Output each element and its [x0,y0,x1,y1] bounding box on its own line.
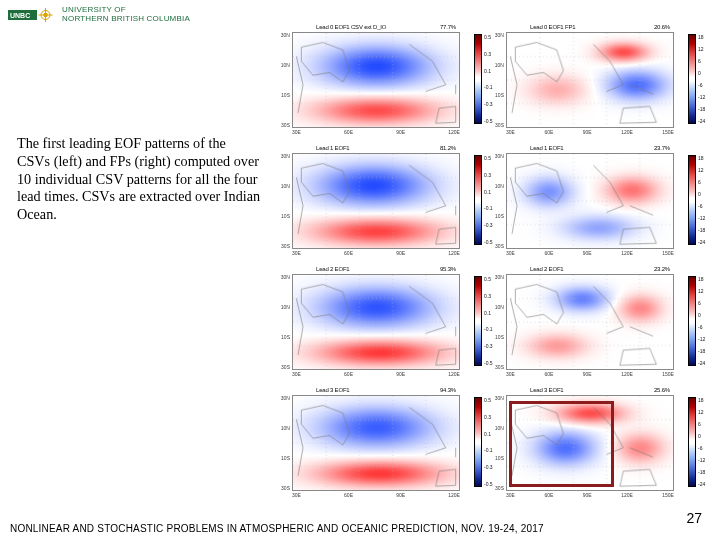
colorbar-ticks: 0.50.30.1-0.1-0.3-0.5 [484,155,494,245]
map-plot [506,153,674,249]
heatmap-canvas [292,153,460,249]
colorbar [474,276,482,366]
institution-logo: UNBC UNIVERSITY OF NORTHERN BRITISH COLU… [8,6,190,24]
lon-axis: 30E60E90E120E [292,250,460,256]
colorbar [688,276,696,366]
colorbar-ticks: 181260-6-12-18-24 [698,155,708,245]
colorbar-ticks: 181260-6-12-18-24 [698,397,708,487]
panel-variance-pct: 25.6% [654,387,670,393]
map-plot [506,32,674,128]
page-number: 27 [686,510,702,526]
panel-title-left: Lead 1 EOF1 [316,145,350,151]
lon-axis: 30E60E90E120E150E [506,492,674,498]
lon-axis: 30E60E90E120E150E [506,129,674,135]
lat-axis: 30N10N10S30S [280,153,290,249]
heatmap-canvas [506,153,674,249]
panel-variance-pct: 23.2% [654,266,670,272]
lat-axis: 30N10N10S30S [280,32,290,128]
unbc-mark-icon: UNBC [8,8,58,22]
panel-grid: Lead 0 EOF1 CSV ext D_IO77.7%30N10N10S30… [280,24,706,506]
heatmap-canvas [292,32,460,128]
lon-axis: 30E60E90E120E [292,371,460,377]
panel-title-left: Lead 0 EOF1 FP1 [530,24,575,30]
lon-axis: 30E60E90E120E150E [506,250,674,256]
eof-panel-fp1: Lead 1 EOF123.7%30N10N10S30S30E60E90E120… [494,145,706,264]
map-plot [292,395,460,491]
colorbar-gradient-icon [689,277,695,365]
colorbar-gradient-icon [475,398,481,486]
panel-title: Lead 3 EOF194.3% [316,387,456,393]
panel-variance-pct: 77.7% [440,24,456,30]
panel-title: Lead 0 EOF1 FP120.6% [530,24,670,30]
eof-panel-csv3: Lead 3 EOF194.3%30N10N10S30S30E60E90E120… [280,387,492,506]
panel-title: Lead 3 EOF125.6% [530,387,670,393]
map-plot [292,153,460,249]
panel-variance-pct: 94.3% [440,387,456,393]
colorbar [688,397,696,487]
panel-variance-pct: 81.2% [440,145,456,151]
panel-title-left: Lead 3 EOF1 [316,387,350,393]
lat-axis: 30N10N10S30S [494,274,504,370]
map-plot [292,274,460,370]
svg-text:UNBC: UNBC [10,11,30,18]
lat-axis: 30N10N10S30S [280,274,290,370]
heatmap-canvas [506,274,674,370]
institution-name: UNIVERSITY OF NORTHERN BRITISH COLUMBIA [62,6,190,24]
panel-title-left: Lead 1 EOF1 [530,145,564,151]
colorbar-gradient-icon [475,35,481,123]
colorbar [688,34,696,124]
lat-axis: 30N10N10S30S [280,395,290,491]
panel-title-left: Lead 2 EOF1 [530,266,564,272]
heatmap-canvas [506,395,674,491]
slide-footer: NONLINEAR AND STOCHASTIC PROBLEMS IN ATM… [10,523,544,534]
colorbar-ticks: 181260-6-12-18-24 [698,34,708,124]
heatmap-canvas [292,395,460,491]
colorbar-ticks: 0.50.30.1-0.1-0.3-0.5 [484,276,494,366]
panel-title-left: Lead 0 EOF1 CSV ext D_IO [316,24,386,30]
eof-panel-fp3: Lead 3 EOF125.6%30N10N10S30S30E60E90E120… [494,387,706,506]
colorbar-ticks: 0.50.30.1-0.1-0.3-0.5 [484,34,494,124]
eof-panel-fp0: Lead 0 EOF1 FP120.6%30N10N10S30S30E60E90… [494,24,706,143]
colorbar [474,155,482,245]
colorbar-gradient-icon [689,156,695,244]
panel-title: Lead 2 EOF123.2% [530,266,670,272]
eof-panel-fp2: Lead 2 EOF123.2%30N10N10S30S30E60E90E120… [494,266,706,385]
panel-variance-pct: 95.3% [440,266,456,272]
panel-title-left: Lead 3 EOF1 [530,387,564,393]
slide: UNBC UNIVERSITY OF NORTHERN BRITISH COLU… [0,0,720,540]
lat-axis: 30N10N10S30S [494,153,504,249]
map-plot [506,274,674,370]
colorbar-ticks: 0.50.30.1-0.1-0.3-0.5 [484,397,494,487]
lon-axis: 30E60E90E120E150E [506,371,674,377]
map-plot [292,32,460,128]
colorbar [688,155,696,245]
figure-caption: The first leading EOF patterns of the CS… [17,135,262,224]
lon-axis: 30E60E90E120E [292,492,460,498]
colorbar-gradient-icon [475,277,481,365]
heatmap-canvas [292,274,460,370]
map-plot [506,395,674,491]
panel-title: Lead 0 EOF1 CSV ext D_IO77.7% [316,24,456,30]
colorbar-gradient-icon [689,398,695,486]
panel-title: Lead 1 EOF181.2% [316,145,456,151]
panel-variance-pct: 20.6% [654,24,670,30]
panel-title-left: Lead 2 EOF1 [316,266,350,272]
colorbar-gradient-icon [475,156,481,244]
heatmap-canvas [506,32,674,128]
panel-title: Lead 1 EOF123.7% [530,145,670,151]
lat-axis: 30N10N10S30S [494,32,504,128]
lat-axis: 30N10N10S30S [494,395,504,491]
eof-panel-csv0: Lead 0 EOF1 CSV ext D_IO77.7%30N10N10S30… [280,24,492,143]
eof-panel-csv2: Lead 2 EOF195.3%30N10N10S30S30E60E90E120… [280,266,492,385]
lon-axis: 30E60E90E120E [292,129,460,135]
colorbar-gradient-icon [689,35,695,123]
colorbar [474,397,482,487]
panel-title: Lead 2 EOF195.3% [316,266,456,272]
panel-variance-pct: 23.7% [654,145,670,151]
eof-panel-csv1: Lead 1 EOF181.2%30N10N10S30S30E60E90E120… [280,145,492,264]
colorbar [474,34,482,124]
colorbar-ticks: 181260-6-12-18-24 [698,276,708,366]
